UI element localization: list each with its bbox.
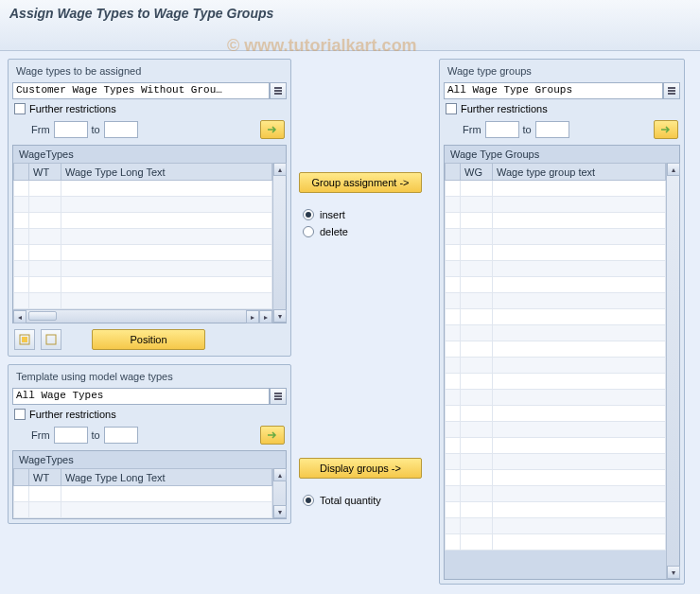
table-row[interactable]: [446, 277, 666, 293]
table-row[interactable]: [446, 438, 666, 454]
table-row[interactable]: [14, 181, 272, 197]
radio-delete[interactable]: [303, 226, 314, 237]
panel-wage-types-assigned: Wage types to be assigned Customer Wage …: [8, 59, 291, 357]
group-assignment-button[interactable]: Group assignment ->: [299, 172, 422, 193]
table-row[interactable]: [446, 486, 666, 502]
deselect-all-button[interactable]: [41, 329, 61, 350]
hscrollbar[interactable]: ◂ ▸ ▸: [13, 309, 272, 323]
table-row[interactable]: [14, 197, 272, 213]
further-restrictions-checkbox[interactable]: [14, 103, 26, 114]
svg-rect-9: [668, 87, 675, 89]
col-wt[interactable]: WT: [29, 469, 61, 486]
col-wg[interactable]: WG: [461, 164, 493, 181]
table-row[interactable]: [446, 358, 666, 374]
select-all-icon: [19, 334, 30, 345]
table-row[interactable]: [14, 293, 272, 309]
scroll-down-button[interactable]: ▾: [667, 566, 680, 579]
dropdown-button[interactable]: [663, 82, 680, 99]
further-restrictions-checkbox[interactable]: [446, 103, 457, 114]
hscroll-thumb[interactable]: [28, 311, 57, 321]
svg-rect-1: [274, 90, 282, 92]
frm-input[interactable]: [54, 121, 88, 138]
table-row[interactable]: [446, 229, 666, 245]
table-row[interactable]: [14, 486, 272, 502]
position-button[interactable]: Position: [92, 329, 205, 350]
scroll-up-button[interactable]: ▴: [273, 468, 287, 481]
frm-input[interactable]: [54, 427, 88, 444]
table-row[interactable]: [446, 181, 666, 197]
table-row[interactable]: [446, 309, 666, 325]
frm-input[interactable]: [485, 121, 519, 138]
dropdown-button[interactable]: [270, 388, 287, 405]
to-input[interactable]: [535, 121, 569, 138]
table-row[interactable]: [14, 213, 272, 229]
execute-button[interactable]: [654, 120, 678, 139]
radio-delete-row[interactable]: delete: [303, 223, 431, 240]
col-long-text[interactable]: Wage Type Long Text: [61, 164, 272, 181]
scroll-right-button[interactable]: ▸: [246, 310, 259, 323]
vscrollbar[interactable]: ▴ ▾: [272, 468, 286, 518]
scroll-down-button[interactable]: ▾: [273, 309, 287, 323]
to-input[interactable]: [104, 427, 138, 444]
table-row[interactable]: [446, 502, 666, 518]
hscroll-track[interactable]: [26, 310, 246, 323]
dropdown-row: Customer Wage Types Without Grou…: [12, 82, 287, 99]
scroll-down-button[interactable]: ▾: [273, 505, 287, 518]
execute-button[interactable]: [260, 426, 285, 445]
scroll-left-button[interactable]: ◂: [13, 310, 26, 323]
radio-insert[interactable]: [303, 209, 314, 220]
vscrollbar[interactable]: ▴ ▾: [666, 163, 679, 579]
further-restrictions-label: Further restrictions: [29, 409, 116, 420]
radio-total-quantity[interactable]: [303, 495, 314, 506]
dropdown-button[interactable]: [270, 82, 287, 99]
table-row[interactable]: [14, 245, 272, 261]
radio-insert-label: insert: [320, 209, 345, 220]
scroll-up-button[interactable]: ▴: [273, 163, 287, 176]
table-row[interactable]: [446, 470, 666, 486]
table-row[interactable]: [446, 534, 666, 550]
to-input[interactable]: [104, 121, 138, 138]
table-row[interactable]: [446, 261, 666, 277]
table-row[interactable]: [14, 229, 272, 245]
range-row: Frm to: [12, 118, 287, 145]
table-row[interactable]: [446, 374, 666, 390]
display-mode-group: Total quantity: [299, 492, 431, 509]
table-row[interactable]: [14, 277, 272, 293]
svg-rect-7: [274, 395, 282, 397]
header-bar: Assign Wage Types to Wage Type Groups: [0, 0, 700, 51]
col-group-text[interactable]: Wage type group text: [493, 164, 666, 181]
execute-button[interactable]: [260, 120, 285, 139]
scroll-right-end-button[interactable]: ▸: [259, 310, 272, 323]
table-row[interactable]: [446, 293, 666, 309]
radio-insert-row[interactable]: insert: [303, 206, 431, 223]
col-long-text[interactable]: Wage Type Long Text: [61, 469, 272, 486]
display-groups-button[interactable]: Display groups ->: [299, 458, 422, 479]
table-row[interactable]: [446, 341, 666, 358]
table-row[interactable]: [446, 518, 666, 534]
svg-rect-11: [668, 93, 675, 95]
table-row[interactable]: [446, 454, 666, 470]
to-label: to: [92, 429, 100, 441]
panel-wage-type-groups: Wage type groups All Wage Type Groups Fu…: [439, 59, 685, 585]
svg-rect-2: [274, 93, 282, 95]
scroll-up-button[interactable]: ▴: [667, 163, 680, 176]
table-row[interactable]: [446, 390, 666, 406]
further-restrictions-checkbox[interactable]: [14, 409, 26, 420]
col-wt[interactable]: WT: [29, 164, 61, 181]
groups-filter-dropdown[interactable]: All Wage Type Groups: [444, 82, 663, 99]
table-row[interactable]: [14, 261, 272, 277]
table-row[interactable]: [446, 406, 666, 422]
table-row[interactable]: [446, 245, 666, 261]
table-row[interactable]: [446, 197, 666, 213]
table-row[interactable]: [14, 502, 272, 518]
template-filter-dropdown[interactable]: All Wage Types: [12, 388, 270, 405]
wage-filter-dropdown[interactable]: Customer Wage Types Without Grou…: [12, 82, 270, 99]
further-restrictions-label: Further restrictions: [29, 103, 116, 114]
table-row[interactable]: [446, 213, 666, 229]
svg-rect-10: [668, 90, 675, 92]
select-all-button[interactable]: [14, 329, 35, 350]
vscrollbar[interactable]: ▴ ▾: [272, 163, 286, 323]
radio-total-quantity-row[interactable]: Total quantity: [303, 492, 431, 509]
table-row[interactable]: [446, 422, 666, 438]
table-row[interactable]: [446, 325, 666, 341]
